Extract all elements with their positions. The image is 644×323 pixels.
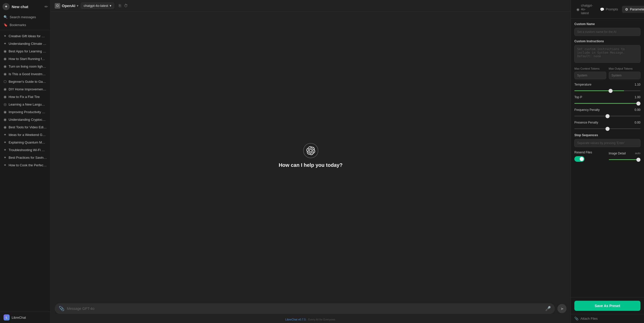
sidebar-item-diy-home[interactable]: ◉ DIY Home Improvement Tips xyxy=(0,85,50,93)
brand-chevron-icon: ▾ xyxy=(77,4,78,8)
model-chevron-icon: ▾ xyxy=(110,4,111,8)
resend-files-toggle[interactable] xyxy=(574,156,584,162)
max-output-tokens-label: Max Output Tokens xyxy=(609,67,641,70)
sidebar-item-text: Best Practices for Saving Mo xyxy=(9,156,47,159)
sidebar-item-text: How to Cook the Perfect Stea xyxy=(9,163,47,167)
right-panel-content: Custom Name Custom Instructions Max Cont… xyxy=(571,19,644,297)
sidebar-item-beginner-garden[interactable]: ⬡ Beginner's Guide to Gardenin xyxy=(0,78,50,85)
new-chat-icon: ✦ xyxy=(3,3,10,10)
sidebar-item-text: How to Start Running for Fitn xyxy=(9,57,47,61)
sidebar-item-productivity[interactable]: ◉ Improving Productivity at Wo xyxy=(0,108,50,116)
footer-suffix: - Every AI for Everyone. xyxy=(306,318,336,321)
right-panel-tabs: ◉ chatgpt-4o-latest 💬 Prompts ⚙ Paramete… xyxy=(571,0,644,19)
openai-icon: ⬡ xyxy=(55,3,60,9)
frequency-penalty-row: Frequency Penalty 0.00 xyxy=(574,108,640,112)
presence-penalty-slider-wrapper xyxy=(574,126,640,130)
presence-penalty-slider[interactable] xyxy=(574,128,640,129)
sidebar-item-weekend-getaway[interactable]: ✦ Ideas for a Weekend Getawa xyxy=(0,131,50,138)
search-messages-label: Search messages xyxy=(10,15,36,19)
sidebar-item-saving-money[interactable]: ✦ Best Practices for Saving Mo xyxy=(0,154,50,161)
frequency-penalty-slider[interactable] xyxy=(574,116,640,116)
send-button[interactable]: ➤ xyxy=(557,304,567,313)
sidebar-item-flat-tire[interactable]: ◉ How to Fix a Flat Tire xyxy=(0,93,50,100)
top-p-slider-wrapper xyxy=(574,100,640,105)
footer-text: LibreChat v0.7.5 - Every AI for Everyone… xyxy=(51,318,571,323)
sidebar-item-wifi[interactable]: ✦ Troubleshooting Wi-Fi Conne xyxy=(0,146,50,154)
presence-penalty-label: Presence Penalty xyxy=(574,121,598,124)
sidebar-item-icon: ✦ xyxy=(4,163,7,167)
sidebar-item-video-editing[interactable]: ◉ Best Tools for Video Editing xyxy=(0,123,50,131)
sidebar: ✦ New chat ✏ 🔍 Search messages 🔖 Bookmar… xyxy=(0,0,51,323)
model-tab-label: chatgpt-4o-latest xyxy=(581,4,593,15)
sidebar-item-understanding-climate[interactable]: ✦ Understanding Climate Chan xyxy=(0,40,50,47)
sidebar-item-text: DIY Home Improvement Tips xyxy=(9,87,47,91)
model-tab[interactable]: ◉ chatgpt-4o-latest xyxy=(573,2,596,16)
frequency-penalty-label: Frequency Penalty xyxy=(574,108,600,112)
librechat-link[interactable]: LibreChat v0.7.5 xyxy=(285,318,306,321)
sidebar-item-cook-steak[interactable]: ✦ How to Cook the Perfect Stea xyxy=(0,161,50,169)
top-p-value: 1.00 xyxy=(635,95,640,99)
temperature-slider-wrapper xyxy=(574,88,640,92)
brand-button[interactable]: ⬡ OpenAI ▾ xyxy=(55,3,78,9)
sidebar-item-icon: ⬡ xyxy=(4,79,7,84)
clock-icon[interactable]: ⏱ xyxy=(124,4,128,8)
model-selector[interactable]: chatgpt-4o-latest ▾ xyxy=(81,3,114,9)
sidebar-item-text: Understanding Cryptocurren xyxy=(9,118,47,122)
top-p-slider[interactable] xyxy=(574,103,640,104)
presence-penalty-value: 0.00 xyxy=(635,121,640,124)
sidebar-item-icon: ◉ xyxy=(4,95,7,99)
sidebar-item-text: Beginner's Guide to Gardenin xyxy=(9,80,47,84)
librechat-brand[interactable]: L LibreChat xyxy=(0,312,50,323)
max-output-tokens-input[interactable] xyxy=(609,72,641,79)
sidebar-item-new-language[interactable]: ◎ Learning a New Language Qu xyxy=(0,100,50,108)
sidebar-item-icon: ◉ xyxy=(4,72,7,76)
chat-welcome-area: How can I help you today? xyxy=(51,12,571,299)
save-preset-button[interactable]: Save As Preset xyxy=(574,301,640,311)
custom-name-input[interactable] xyxy=(574,28,640,36)
sidebar-item-text: Best Apps for Learning Guitar xyxy=(9,49,47,53)
sidebar-item-icon: ✦ xyxy=(4,140,7,144)
bookmarks-button[interactable]: 🔖 Bookmarks xyxy=(0,21,50,29)
attach-icon[interactable]: 📎 xyxy=(59,306,64,311)
resend-files-label: Resend Files xyxy=(574,151,606,154)
max-context-tokens-input[interactable] xyxy=(574,72,606,79)
sidebar-item-text: Is This a Good Investment Op xyxy=(9,72,47,76)
max-context-tokens-label: Max Context Tokens xyxy=(574,67,606,70)
image-detail-slider[interactable] xyxy=(609,159,641,160)
sidebar-item-text: Explaining Quantum Mechan xyxy=(9,140,47,144)
attach-files-button[interactable]: 📎 Attach Files xyxy=(571,314,644,323)
max-context-tokens-col: Max Context Tokens xyxy=(574,67,606,79)
max-tokens-row: Max Context Tokens Max Output Tokens xyxy=(574,67,640,79)
parameters-tab[interactable]: ⚙ Parameters xyxy=(622,6,644,13)
sidebar-item-text: Improving Productivity at Wo xyxy=(9,110,47,114)
chat-input[interactable] xyxy=(67,307,543,311)
chat-input-area: 📎 🎤 ➤ xyxy=(51,299,571,318)
sidebar-item-quantum[interactable]: ✦ Explaining Quantum Mechan xyxy=(0,138,50,146)
stop-sequences-input[interactable] xyxy=(574,139,640,147)
main-header: ⬡ OpenAI ▾ chatgpt-4o-latest ▾ ⎘ ⏱ xyxy=(51,0,571,12)
sidebar-item-icon: ◉ xyxy=(4,64,7,68)
copy-icon[interactable]: ⎘ xyxy=(119,4,121,8)
sidebar-item-how-to-run[interactable]: ◉ How to Start Running for Fitn xyxy=(0,55,50,63)
sidebar-item-best-apps-guitar[interactable]: ◉ Best Apps for Learning Guitar xyxy=(0,47,50,55)
temperature-row: Temperature 1.10 xyxy=(574,83,640,86)
temperature-slider[interactable] xyxy=(574,90,640,91)
edit-icon[interactable]: ✏ xyxy=(45,4,48,9)
top-p-row: Top P 1.00 xyxy=(574,95,640,99)
sidebar-item-creative-gift[interactable]: ✦ Creative Gift Ideas for Birthd xyxy=(0,32,50,40)
openai-logo xyxy=(303,143,318,158)
resend-files-section: Resend Files xyxy=(574,151,606,162)
sidebar-item-crypto[interactable]: ◉ Understanding Cryptocurren xyxy=(0,116,50,123)
presence-penalty-row: Presence Penalty 0.00 xyxy=(574,121,640,124)
prompts-tab[interactable]: 💬 Prompts xyxy=(597,6,621,13)
sidebar-item-icon: ◉ xyxy=(4,125,7,129)
custom-instructions-textarea[interactable] xyxy=(574,45,640,63)
header-actions: ⎘ ⏱ xyxy=(119,4,128,8)
sidebar-item-investment[interactable]: ◉ Is This a Good Investment Op xyxy=(0,70,50,78)
attach-files-icon: 📎 xyxy=(574,317,578,320)
sidebar-logo[interactable]: ✦ New chat xyxy=(3,3,28,10)
sidebar-item-turn-on-light[interactable]: ◉ Turn on living room light with xyxy=(0,63,50,70)
search-messages-button[interactable]: 🔍 Search messages xyxy=(0,13,50,21)
microphone-icon[interactable]: 🎤 xyxy=(545,306,551,311)
sidebar-item-icon: ✦ xyxy=(4,133,7,137)
